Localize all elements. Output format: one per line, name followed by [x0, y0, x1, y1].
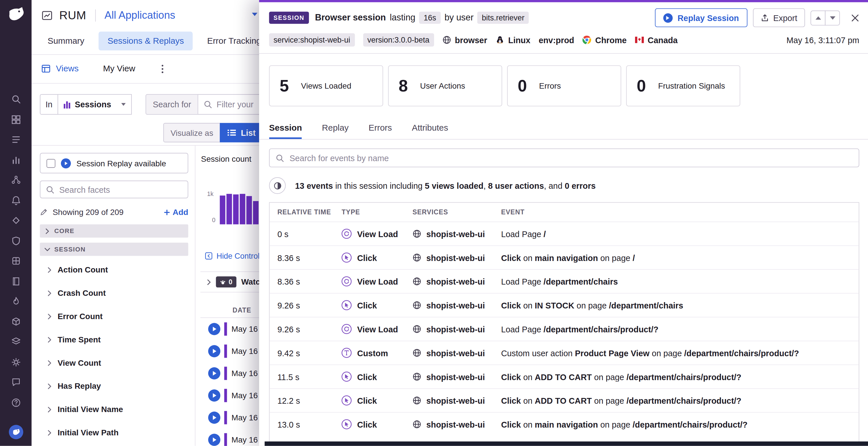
play-replay-button[interactable] [208, 323, 220, 335]
tag-env-prod[interactable]: env:prod [539, 35, 575, 44]
sidebar-synthetics-icon[interactable] [11, 215, 21, 226]
scope-dropdown[interactable]: Sessions [58, 94, 132, 115]
tag-service-shopist-web-ui[interactable]: service:shopist-web-ui [269, 33, 354, 47]
session-row[interactable]: May 16 [200, 384, 261, 407]
sidebar-metrics-icon[interactable] [11, 155, 21, 165]
duration-pill[interactable]: 16s [419, 11, 441, 24]
facet-section-session[interactable]: SESSION [40, 243, 188, 256]
facet-search-input[interactable]: Search facets [40, 181, 188, 199]
results-date-header[interactable]: DATE [200, 302, 261, 318]
replay-timeline-strip[interactable] [265, 441, 868, 446]
event-search-input[interactable]: Search for events by name [269, 148, 859, 167]
play-replay-button[interactable] [208, 367, 220, 379]
service-name[interactable]: shopist-web-ui [426, 419, 485, 429]
facet-view-count[interactable]: View Count [40, 351, 188, 374]
facet-initial-view-name[interactable]: Initial View Name [40, 398, 188, 421]
sidebar-containers-icon[interactable] [11, 317, 21, 327]
facet-error-count[interactable]: Error Count [40, 305, 188, 328]
panel-tab-session[interactable]: Session [269, 123, 302, 139]
tab-sessions-replays[interactable]: Sessions & Replays [99, 32, 193, 50]
sidebar-help-icon[interactable] [11, 397, 21, 408]
facet-action-count[interactable]: Action Count [40, 258, 188, 281]
event-row[interactable]: 12.2 sClickshopist-web-uiClick on ADD TO… [270, 388, 859, 412]
sidebar-chat-icon[interactable] [11, 377, 21, 387]
watchdog-insights-row[interactable]: 0 Watchdog Insights [200, 271, 261, 292]
sidebar-notebooks-icon[interactable] [11, 276, 21, 286]
visualize-list-button[interactable]: List [220, 123, 263, 142]
session-row[interactable]: May 16 [200, 318, 261, 340]
event-row[interactable]: 9.26 sView Loadshopist-web-uiLoad Page /… [270, 317, 859, 341]
tag-linux[interactable]: Linux [496, 35, 530, 44]
sidebar-search-icon[interactable] [11, 94, 21, 104]
datadog-bits-button[interactable] [9, 425, 23, 439]
facet-initial-view-path[interactable]: Initial View Path [40, 421, 188, 444]
session-row[interactable]: May 16 [200, 407, 261, 429]
tab-error-tracking[interactable]: Error Tracking [207, 36, 261, 46]
sidebar-logs-icon[interactable] [11, 135, 21, 145]
query-filter-input[interactable]: Filter your [198, 95, 262, 114]
sidebar-security-icon[interactable] [11, 236, 21, 246]
event-row[interactable]: 8.36 sClickshopist-web-uiClick on main n… [270, 245, 859, 269]
service-name[interactable]: shopist-web-ui [426, 253, 485, 262]
play-replay-button[interactable] [208, 434, 220, 446]
checkbox[interactable] [46, 159, 56, 168]
edit-facets-icon[interactable] [40, 208, 48, 216]
sidebar-software-catalog-icon[interactable] [11, 337, 21, 347]
event-row[interactable]: 11.5 sClickshopist-web-uiClick on ADD TO… [270, 364, 859, 388]
views-button[interactable]: Views [56, 64, 79, 74]
event-row[interactable]: 9.26 sClickshopist-web-uiClick on IN STO… [270, 293, 859, 317]
session-replay-filter[interactable]: Session Replay available [40, 153, 188, 173]
add-facet-button[interactable]: Add [164, 208, 188, 217]
hide-controls-link[interactable]: Hide Controls [205, 251, 264, 260]
sidebar-monitors-icon[interactable] [11, 196, 21, 205]
event-row[interactable]: 13.0 sClickshopist-web-uiClick on main n… [270, 412, 859, 436]
session-row[interactable]: May 16 [200, 340, 261, 362]
close-panel-icon[interactable] [851, 13, 859, 22]
play-replay-button[interactable] [208, 389, 220, 402]
event-row[interactable]: 0 sView Loadshopist-web-uiLoad Page / [270, 221, 859, 245]
panel-tab-errors[interactable]: Errors [368, 123, 392, 139]
export-button[interactable]: Export [753, 8, 805, 27]
application-selector[interactable]: All Applications [104, 9, 175, 22]
datadog-logo-icon[interactable] [6, 4, 25, 24]
sidebar-service-map-icon[interactable] [11, 175, 21, 185]
service-name[interactable]: shopist-web-ui [426, 396, 485, 405]
views-icon[interactable] [41, 64, 51, 74]
service-name[interactable]: shopist-web-ui [426, 348, 485, 358]
service-name[interactable]: shopist-web-ui [426, 229, 485, 239]
play-replay-button[interactable] [208, 345, 220, 357]
session-count-chart[interactable] [220, 194, 264, 225]
tab-summary[interactable]: Summary [48, 36, 85, 46]
sidebar-host-map-icon[interactable] [11, 115, 21, 125]
service-name[interactable]: shopist-web-ui [426, 277, 485, 286]
kebab-menu-icon[interactable] [160, 62, 166, 75]
session-row[interactable]: May 16 [200, 362, 261, 384]
play-replay-button[interactable] [208, 412, 220, 423]
tag-browser[interactable]: browser [442, 35, 487, 44]
replay-session-button[interactable]: Replay Session [655, 8, 747, 27]
facet-has-replay[interactable]: Has Replay [40, 374, 188, 398]
service-name[interactable]: shopist-web-ui [426, 324, 485, 334]
panel-tab-replay[interactable]: Replay [322, 123, 348, 139]
current-view-name[interactable]: My View [103, 64, 135, 74]
chevron-down-icon[interactable] [252, 13, 257, 16]
facet-time-spent[interactable]: Time Spent [40, 328, 188, 351]
facet-section-core[interactable]: CORE [40, 225, 188, 238]
previous-session-button[interactable] [810, 10, 826, 25]
tag-canada[interactable]: Canada [635, 35, 678, 44]
facet-crash-count[interactable]: Crash Count [40, 281, 188, 305]
analytics-toggle-button[interactable] [269, 177, 286, 194]
service-name[interactable]: shopist-web-ui [426, 300, 485, 310]
user-pill[interactable]: bits.retriever [477, 11, 529, 24]
sidebar-profiling-icon[interactable] [11, 296, 21, 306]
event-row[interactable]: 8.36 sView Loadshopist-web-uiLoad Page /… [270, 269, 859, 293]
panel-tab-attributes[interactable]: Attributes [412, 123, 448, 139]
service-name[interactable]: shopist-web-ui [426, 372, 485, 382]
tag-chrome[interactable]: Chrome [582, 35, 626, 44]
next-session-button[interactable] [825, 10, 840, 25]
sidebar-integrations-icon[interactable] [11, 256, 21, 266]
sidebar-settings-icon[interactable] [11, 357, 21, 367]
event-row[interactable]: 9.42 sCustomshopist-web-uiCustom user ac… [270, 341, 859, 364]
tag-version-3-0-0-beta[interactable]: version:3.0.0-beta [363, 33, 434, 47]
session-row[interactable]: May 16 [200, 429, 261, 446]
